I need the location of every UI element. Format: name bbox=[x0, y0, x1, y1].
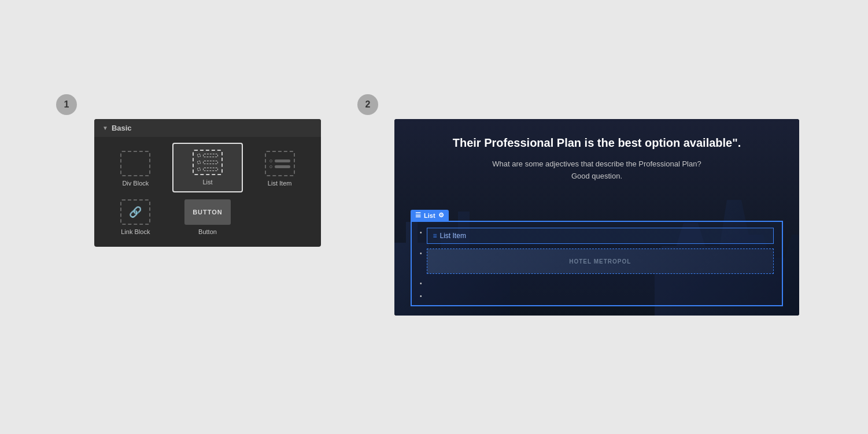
link-block-icon: 🔗 bbox=[120, 199, 150, 225]
step-badge-2: 2 bbox=[357, 94, 378, 115]
list-block-item[interactable]: List bbox=[172, 143, 243, 192]
div-block-icon bbox=[120, 151, 150, 176]
list-item-icon bbox=[265, 151, 295, 176]
list-item-block-label: List Item bbox=[268, 180, 292, 187]
button-block-item[interactable]: BUTTON Button bbox=[172, 194, 243, 241]
panel-title: Basic bbox=[112, 124, 132, 132]
blocks-grid: Div Block List bbox=[94, 137, 321, 247]
bullet-2: • bbox=[420, 250, 422, 257]
list-container: • ≡ List Item • HOTEL METROPOL bbox=[411, 221, 783, 306]
bullet-1: • bbox=[420, 229, 422, 236]
hotel-image-mock: HOTEL METROPOL bbox=[427, 249, 773, 273]
hotel-text: HOTEL METROPOL bbox=[569, 258, 631, 265]
preview-text-area: Their Professional Plan is the best opti… bbox=[430, 135, 764, 183]
chevron-icon: ▼ bbox=[102, 125, 108, 131]
step-badge-1: 1 bbox=[56, 94, 77, 115]
list-icon-tag: ☰ bbox=[415, 212, 421, 219]
bullet-3: • bbox=[420, 280, 422, 287]
list-block-label: List bbox=[202, 179, 212, 186]
list-bullet-row-1: • ≡ List Item bbox=[420, 228, 774, 244]
list-item-block-item[interactable]: List Item bbox=[244, 143, 315, 192]
preview-subtext: What are some adjectives that describe t… bbox=[453, 158, 741, 183]
list-item-box-image: HOTEL METROPOL bbox=[427, 248, 774, 274]
list-tag-label: List bbox=[424, 212, 435, 219]
link-block-item[interactable]: 🔗 Link Block bbox=[100, 194, 171, 241]
list-item-box-1: ≡ List Item bbox=[427, 228, 774, 244]
preview-headline: Their Professional Plan is the best opti… bbox=[453, 135, 741, 150]
list-tag: ☰ List ⚙ bbox=[411, 210, 449, 221]
link-block-label: Link Block bbox=[121, 228, 150, 235]
list-bullet-row-4: • bbox=[420, 291, 774, 299]
preview-panel: Their Professional Plan is the best opti… bbox=[394, 119, 799, 316]
list-bullet-row-3: • bbox=[420, 279, 774, 287]
gear-icon: ⚙ bbox=[438, 212, 444, 219]
preview-background: Their Professional Plan is the best opti… bbox=[394, 119, 799, 316]
div-block-label: Div Block bbox=[122, 180, 149, 187]
list-icon bbox=[193, 150, 223, 175]
div-block-item[interactable]: Div Block bbox=[100, 143, 171, 192]
list-bullet-row-2: • HOTEL METROPOL bbox=[420, 248, 774, 274]
list-widget: ☰ List ⚙ • ≡ List Item • bbox=[411, 209, 783, 306]
list-empty-row-4 bbox=[427, 291, 774, 296]
bullet-4: • bbox=[420, 293, 422, 299]
list-empty-row-3 bbox=[427, 279, 774, 283]
list-item-text-1: List Item bbox=[440, 232, 466, 240]
basic-blocks-panel: ▼ Basic Div Block bbox=[94, 119, 321, 247]
button-icon: BUTTON bbox=[184, 199, 231, 225]
panel-header: ▼ Basic bbox=[94, 119, 321, 137]
list-item-icon-1: ≡ bbox=[433, 232, 437, 240]
button-block-label: Button bbox=[198, 228, 217, 235]
list-items: • ≡ List Item • HOTEL METROPOL bbox=[420, 228, 774, 299]
